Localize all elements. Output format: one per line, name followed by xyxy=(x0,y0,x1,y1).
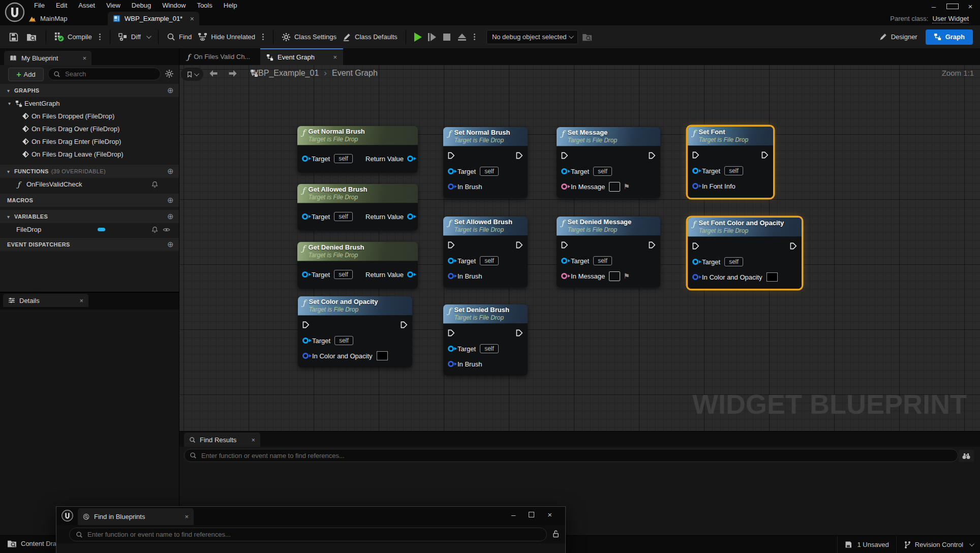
input-pin-target[interactable] xyxy=(448,346,454,352)
menu-edit[interactable]: Edit xyxy=(50,0,73,11)
sidebar-section-macros[interactable]: MACROS⊕ xyxy=(0,194,179,207)
input-pin-target[interactable] xyxy=(692,168,698,174)
bookmarks-button[interactable] xyxy=(181,68,203,81)
node-set-denied-message[interactable]: ƒSet Denied MessageTarget is File DropTa… xyxy=(557,217,660,288)
browse-content-icon[interactable] xyxy=(26,33,37,41)
find-button[interactable]: Find xyxy=(164,28,195,46)
input-pin-in-brush[interactable] xyxy=(448,183,454,190)
find-in-blueprints-search-input[interactable] xyxy=(86,530,540,539)
class-defaults-button[interactable]: Class Defaults xyxy=(340,28,401,46)
exec-in-pin[interactable] xyxy=(692,151,699,159)
exec-out-pin[interactable] xyxy=(761,151,769,159)
tab-find-in-blueprints[interactable]: Find in Blueprints × xyxy=(78,508,194,525)
tab-my-blueprint[interactable]: My Blueprint × xyxy=(4,51,91,65)
find-in-blueprints-titlebar[interactable]: Find in Blueprints × – × xyxy=(56,507,565,525)
find-results-search[interactable] xyxy=(184,449,958,462)
minimize-button[interactable]: – xyxy=(511,510,515,519)
node-get-normal-brush[interactable]: ƒGet Normal BrushTarget is File DropTarg… xyxy=(297,126,418,173)
self-context-box[interactable]: self xyxy=(593,256,612,265)
sidebar-section-event-dispatchers[interactable]: EVENT DISPATCHERS⊕ xyxy=(0,238,179,251)
save-icon[interactable] xyxy=(9,33,18,42)
close-tab-icon[interactable]: × xyxy=(185,513,189,520)
node-set-color-and-opacity[interactable]: ƒSet Color and OpacityTarget is File Dro… xyxy=(298,296,412,367)
input-pin-target[interactable] xyxy=(561,168,567,174)
node-set-allowed-brush[interactable]: ƒSet Allowed BrushTarget is File DropTar… xyxy=(443,217,528,288)
diff-button[interactable]: Diff xyxy=(115,28,153,46)
exec-in-pin[interactable] xyxy=(561,152,568,159)
sidebar-item-filedrop[interactable]: FileDrop xyxy=(0,223,179,236)
menu-file[interactable]: File xyxy=(28,0,50,11)
menu-view[interactable]: View xyxy=(101,0,126,11)
exec-in-pin[interactable] xyxy=(302,321,310,328)
sidebar-section-functions[interactable]: ▾FUNCTIONS(39 OVERRIDABLE)⊕ xyxy=(0,165,179,178)
find-results-search-input[interactable] xyxy=(200,451,953,460)
maximize-button[interactable] xyxy=(946,2,958,12)
hide-unrelated-options-icon[interactable] xyxy=(262,36,264,38)
input-pin-target[interactable] xyxy=(448,168,454,174)
node-set-message[interactable]: ƒSet MessageTarget is File DropTargetsel… xyxy=(557,127,660,198)
node-header[interactable]: ƒSet FontTarget is File Drop xyxy=(688,127,773,146)
revision-control-button[interactable]: Revision Control xyxy=(904,541,973,549)
node-header[interactable]: ƒSet Denied MessageTarget is File Drop xyxy=(557,217,660,236)
localization-flag-icon[interactable]: ⚑ xyxy=(623,272,630,280)
color-swatch[interactable] xyxy=(767,272,778,282)
play-button[interactable] xyxy=(414,33,422,42)
menu-window[interactable]: Window xyxy=(157,0,191,11)
hide-unrelated-button[interactable]: Hide Unrelated xyxy=(195,28,258,46)
node-get-denied-brush[interactable]: ƒGet Denied BrushTarget is File DropTarg… xyxy=(297,242,418,289)
self-context-box[interactable]: self xyxy=(593,167,612,176)
self-context-box[interactable]: self xyxy=(724,166,743,175)
input-pin-in-brush[interactable] xyxy=(448,361,454,367)
find-in-blueprints-icon[interactable] xyxy=(959,450,974,462)
add-section-icon[interactable]: ⊕ xyxy=(167,196,174,205)
event-graph-canvas[interactable]: WBP_Example_01 › Event Graph Zoom 1:1 WI… xyxy=(179,65,980,431)
tab-find-results[interactable]: Find Results × xyxy=(184,433,260,447)
self-context-box[interactable]: self xyxy=(334,154,353,163)
panel-settings-gear-icon[interactable] xyxy=(165,69,174,78)
add-section-icon[interactable]: ⊕ xyxy=(167,212,174,221)
text-input-box[interactable] xyxy=(609,271,620,281)
eject-button[interactable] xyxy=(458,34,466,41)
exec-out-pin[interactable] xyxy=(649,241,656,249)
input-pin-in-color-and-opacity[interactable] xyxy=(692,274,698,280)
localization-flag-icon[interactable]: ⚑ xyxy=(623,182,630,191)
self-context-box[interactable]: self xyxy=(334,336,353,345)
node-header[interactable]: ƒGet Allowed BrushTarget is File Drop xyxy=(297,184,418,203)
breadcrumb-leaf[interactable]: Event Graph xyxy=(332,69,378,78)
bell-icon[interactable] xyxy=(151,226,158,233)
node-set-font[interactable]: ƒSet FontTarget is File DropTargetselfIn… xyxy=(688,127,773,198)
input-pin-target[interactable] xyxy=(692,259,698,265)
self-context-box[interactable]: self xyxy=(480,256,499,265)
exec-out-pin[interactable] xyxy=(790,242,797,250)
add-section-icon[interactable]: ⊕ xyxy=(167,167,174,176)
input-pin-target[interactable] xyxy=(561,258,567,264)
tab-mainmap[interactable]: MainMap xyxy=(22,12,73,25)
add-section-icon[interactable]: ⊕ xyxy=(167,240,174,249)
lock-icon[interactable] xyxy=(553,530,559,538)
sidebar-item-eventgraph[interactable]: ▾EventGraph xyxy=(0,97,179,110)
close-panel-icon[interactable]: × xyxy=(251,436,255,444)
find-in-blueprints-search[interactable] xyxy=(69,528,547,541)
exec-in-pin[interactable] xyxy=(448,329,455,336)
tab-event-graph[interactable]: Event Graph × xyxy=(260,48,343,65)
color-swatch[interactable] xyxy=(377,351,388,360)
sidebar-item-on-files-drag-enter-filedrop[interactable]: On Files Drag Enter (FileDrop) xyxy=(0,135,179,148)
input-pin-target[interactable] xyxy=(302,213,308,220)
menu-help[interactable]: Help xyxy=(218,0,243,11)
chevron-expanded-icon[interactable]: ▾ xyxy=(8,101,15,106)
node-header[interactable]: ƒSet MessageTarget is File Drop xyxy=(557,127,660,146)
input-pin-in-message[interactable] xyxy=(561,273,567,279)
tab-wbp-example[interactable]: WBP_Example_01* × xyxy=(108,12,199,25)
close-panel-icon[interactable]: × xyxy=(82,54,86,62)
self-context-box[interactable]: self xyxy=(480,167,499,176)
node-header[interactable]: ƒSet Denied BrushTarget is File Drop xyxy=(443,304,528,324)
menu-asset[interactable]: Asset xyxy=(73,0,101,11)
back-arrow-icon[interactable] xyxy=(208,70,219,77)
output-pin-return-value[interactable] xyxy=(407,156,413,162)
close-tab-icon[interactable]: × xyxy=(190,15,194,23)
maximize-button[interactable] xyxy=(529,510,534,519)
self-context-box[interactable]: self xyxy=(724,257,743,266)
node-header[interactable]: ƒSet Allowed BrushTarget is File Drop xyxy=(443,217,528,236)
sidebar-item-on-files-drag-over-filedrop[interactable]: On Files Drag Over (FileDrop) xyxy=(0,122,179,135)
self-context-box[interactable]: self xyxy=(334,270,353,279)
